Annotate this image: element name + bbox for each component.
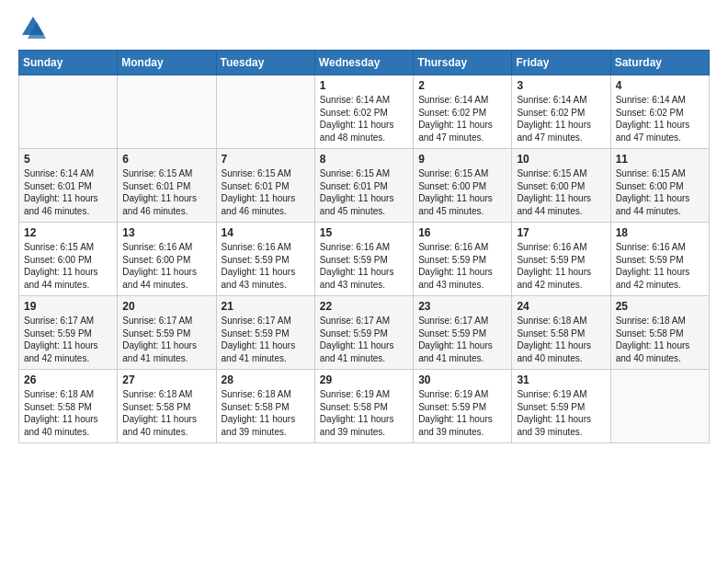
calendar-cell	[610, 370, 709, 443]
calendar-cell: 22Sunrise: 6:17 AM Sunset: 5:59 PM Dayli…	[314, 296, 413, 370]
day-number: 3	[517, 79, 605, 92]
day-number: 10	[517, 153, 605, 166]
calendar-cell: 24Sunrise: 6:18 AM Sunset: 5:58 PM Dayli…	[512, 296, 610, 370]
day-info: Sunrise: 6:17 AM Sunset: 5:59 PM Dayligh…	[122, 315, 210, 364]
calendar-cell: 8Sunrise: 6:15 AM Sunset: 6:01 PM Daylig…	[314, 149, 413, 223]
header-row: Sunday Monday Tuesday Wednesday Thursday…	[19, 51, 710, 75]
day-info: Sunrise: 6:15 AM Sunset: 6:00 PM Dayligh…	[517, 167, 605, 217]
day-info: Sunrise: 6:17 AM Sunset: 5:59 PM Dayligh…	[24, 315, 112, 364]
day-number: 25	[616, 300, 704, 313]
day-info: Sunrise: 6:15 AM Sunset: 6:00 PM Dayligh…	[418, 167, 506, 217]
day-info: Sunrise: 6:18 AM Sunset: 5:58 PM Dayligh…	[24, 388, 112, 438]
calendar-cell	[216, 75, 314, 149]
calendar-cell: 7Sunrise: 6:15 AM Sunset: 6:01 PM Daylig…	[216, 149, 314, 223]
calendar-week-1: 1Sunrise: 6:14 AM Sunset: 6:02 PM Daylig…	[19, 75, 710, 149]
day-number: 5	[24, 153, 112, 166]
day-info: Sunrise: 6:17 AM Sunset: 5:59 PM Dayligh…	[320, 315, 408, 364]
calendar-cell: 4Sunrise: 6:14 AM Sunset: 6:02 PM Daylig…	[610, 75, 709, 149]
day-number: 11	[616, 153, 704, 166]
calendar-cell: 3Sunrise: 6:14 AM Sunset: 6:02 PM Daylig…	[512, 75, 610, 149]
calendar-week-4: 19Sunrise: 6:17 AM Sunset: 5:59 PM Dayli…	[19, 296, 710, 370]
calendar-cell: 10Sunrise: 6:15 AM Sunset: 6:00 PM Dayli…	[512, 149, 610, 223]
header-tuesday: Tuesday	[216, 51, 314, 75]
day-number: 22	[320, 300, 408, 313]
day-info: Sunrise: 6:17 AM Sunset: 5:59 PM Dayligh…	[418, 315, 506, 364]
day-number: 15	[320, 226, 408, 239]
logo-icon	[20, 15, 46, 40]
calendar-cell: 16Sunrise: 6:16 AM Sunset: 5:59 PM Dayli…	[414, 223, 512, 296]
day-number: 18	[616, 226, 704, 239]
calendar-cell: 25Sunrise: 6:18 AM Sunset: 5:58 PM Dayli…	[610, 296, 709, 370]
day-number: 6	[122, 153, 210, 166]
calendar-cell: 1Sunrise: 6:14 AM Sunset: 6:02 PM Daylig…	[314, 75, 413, 149]
day-info: Sunrise: 6:16 AM Sunset: 5:59 PM Dayligh…	[517, 241, 605, 291]
day-info: Sunrise: 6:16 AM Sunset: 5:59 PM Dayligh…	[616, 241, 704, 291]
day-number: 24	[517, 300, 605, 313]
calendar-cell: 15Sunrise: 6:16 AM Sunset: 5:59 PM Dayli…	[314, 223, 413, 296]
day-number: 26	[24, 373, 112, 386]
day-info: Sunrise: 6:15 AM Sunset: 6:01 PM Dayligh…	[122, 167, 210, 217]
calendar-cell: 29Sunrise: 6:19 AM Sunset: 5:58 PM Dayli…	[314, 370, 413, 443]
day-number: 9	[418, 153, 506, 166]
day-number: 21	[222, 300, 310, 313]
day-number: 29	[320, 373, 408, 386]
day-number: 28	[222, 373, 310, 386]
day-info: Sunrise: 6:18 AM Sunset: 5:58 PM Dayligh…	[122, 388, 210, 438]
day-number: 1	[320, 79, 408, 92]
calendar-cell: 11Sunrise: 6:15 AM Sunset: 6:00 PM Dayli…	[610, 149, 709, 223]
day-number: 7	[222, 153, 310, 166]
day-info: Sunrise: 6:16 AM Sunset: 5:59 PM Dayligh…	[320, 241, 408, 291]
day-number: 16	[418, 226, 506, 239]
day-number: 20	[122, 300, 210, 313]
calendar-table: Sunday Monday Tuesday Wednesday Thursday…	[18, 50, 710, 443]
header-thursday: Thursday	[414, 51, 512, 75]
header-sunday: Sunday	[19, 51, 118, 75]
header-friday: Friday	[512, 51, 610, 75]
calendar-cell: 27Sunrise: 6:18 AM Sunset: 5:58 PM Dayli…	[118, 370, 216, 443]
day-number: 8	[320, 153, 408, 166]
day-number: 23	[418, 300, 506, 313]
day-number: 19	[24, 300, 112, 313]
day-info: Sunrise: 6:19 AM Sunset: 5:59 PM Dayligh…	[418, 388, 506, 438]
calendar-page: Sunday Monday Tuesday Wednesday Thursday…	[0, 0, 728, 458]
calendar-cell	[19, 75, 118, 149]
day-info: Sunrise: 6:17 AM Sunset: 5:59 PM Dayligh…	[222, 315, 310, 364]
day-number: 13	[122, 226, 210, 239]
day-info: Sunrise: 6:15 AM Sunset: 6:00 PM Dayligh…	[24, 241, 112, 291]
day-info: Sunrise: 6:14 AM Sunset: 6:01 PM Dayligh…	[24, 167, 112, 217]
calendar-cell: 31Sunrise: 6:19 AM Sunset: 5:59 PM Dayli…	[512, 370, 610, 443]
day-number: 12	[24, 226, 112, 239]
day-number: 30	[418, 373, 506, 386]
calendar-cell: 6Sunrise: 6:15 AM Sunset: 6:01 PM Daylig…	[118, 149, 216, 223]
day-info: Sunrise: 6:18 AM Sunset: 5:58 PM Dayligh…	[517, 315, 605, 364]
calendar-cell: 18Sunrise: 6:16 AM Sunset: 5:59 PM Dayli…	[610, 223, 709, 296]
day-info: Sunrise: 6:14 AM Sunset: 6:02 PM Dayligh…	[517, 94, 605, 144]
day-info: Sunrise: 6:16 AM Sunset: 5:59 PM Dayligh…	[222, 241, 310, 291]
day-info: Sunrise: 6:15 AM Sunset: 6:01 PM Dayligh…	[320, 167, 408, 217]
calendar-week-2: 5Sunrise: 6:14 AM Sunset: 6:01 PM Daylig…	[19, 149, 710, 223]
calendar-cell: 28Sunrise: 6:18 AM Sunset: 5:58 PM Dayli…	[216, 370, 314, 443]
calendar-week-5: 26Sunrise: 6:18 AM Sunset: 5:58 PM Dayli…	[19, 370, 710, 443]
day-info: Sunrise: 6:18 AM Sunset: 5:58 PM Dayligh…	[616, 315, 704, 364]
calendar-cell: 2Sunrise: 6:14 AM Sunset: 6:02 PM Daylig…	[414, 75, 512, 149]
calendar-cell: 5Sunrise: 6:14 AM Sunset: 6:01 PM Daylig…	[19, 149, 118, 223]
calendar-cell: 17Sunrise: 6:16 AM Sunset: 5:59 PM Dayli…	[512, 223, 610, 296]
calendar-cell: 20Sunrise: 6:17 AM Sunset: 5:59 PM Dayli…	[118, 296, 216, 370]
day-info: Sunrise: 6:14 AM Sunset: 6:02 PM Dayligh…	[320, 94, 408, 144]
calendar-cell: 12Sunrise: 6:15 AM Sunset: 6:00 PM Dayli…	[19, 223, 118, 296]
calendar-cell: 30Sunrise: 6:19 AM Sunset: 5:59 PM Dayli…	[414, 370, 512, 443]
calendar-cell: 14Sunrise: 6:16 AM Sunset: 5:59 PM Dayli…	[216, 223, 314, 296]
day-info: Sunrise: 6:14 AM Sunset: 6:02 PM Dayligh…	[418, 94, 506, 144]
logo	[18, 15, 46, 40]
day-number: 4	[616, 79, 704, 92]
day-info: Sunrise: 6:16 AM Sunset: 6:00 PM Dayligh…	[122, 241, 210, 291]
day-info: Sunrise: 6:18 AM Sunset: 5:58 PM Dayligh…	[222, 388, 310, 438]
day-info: Sunrise: 6:19 AM Sunset: 5:59 PM Dayligh…	[517, 388, 605, 438]
day-info: Sunrise: 6:14 AM Sunset: 6:02 PM Dayligh…	[616, 94, 704, 144]
day-info: Sunrise: 6:15 AM Sunset: 6:00 PM Dayligh…	[616, 167, 704, 217]
day-number: 31	[517, 373, 605, 386]
header-saturday: Saturday	[610, 51, 709, 75]
calendar-cell: 26Sunrise: 6:18 AM Sunset: 5:58 PM Dayli…	[19, 370, 118, 443]
header-monday: Monday	[118, 51, 216, 75]
day-number: 27	[122, 373, 210, 386]
